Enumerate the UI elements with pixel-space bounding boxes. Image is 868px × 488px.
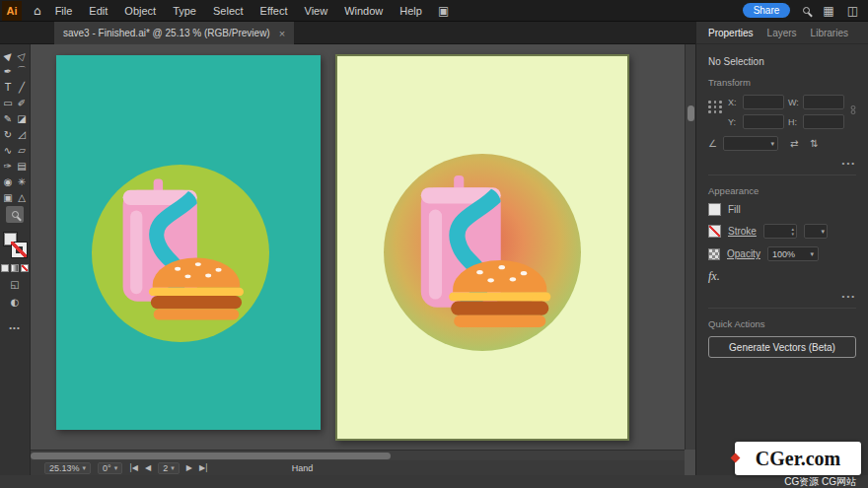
stroke-weight-select[interactable]: ▾ <box>804 224 828 239</box>
x-input[interactable] <box>743 95 784 109</box>
flip-vertical-icon[interactable]: ⇅ <box>810 138 818 149</box>
width-tool[interactable]: ∿ <box>1 142 15 158</box>
more-transform-options-button[interactable]: ••• <box>708 159 856 168</box>
horizontal-scrollbar[interactable] <box>31 450 685 460</box>
reference-point-locator[interactable] <box>708 101 722 113</box>
artboard-tool[interactable]: ▣ <box>1 189 15 205</box>
edit-toolbar-button[interactable]: ••• <box>9 323 20 332</box>
y-input[interactable] <box>743 114 784 129</box>
transform-section-title: Transform <box>708 77 856 88</box>
chevron-down-icon: ▾ <box>83 464 87 472</box>
menu-select[interactable]: Select <box>213 5 244 17</box>
gradient-tool[interactable]: ▤ <box>15 158 29 174</box>
artboard-left[interactable] <box>56 55 321 430</box>
none-button[interactable] <box>21 264 29 272</box>
flip-horizontal-icon[interactable]: ⇄ <box>790 138 798 149</box>
rotation-select[interactable]: 0° ▾ <box>98 462 122 474</box>
gradient-button[interactable] <box>11 264 19 272</box>
horizontal-scrollbar-thumb[interactable] <box>31 453 391 459</box>
search-icon[interactable] <box>803 7 810 14</box>
blend-tool[interactable]: ◉ <box>1 174 15 189</box>
menu-file[interactable]: File <box>55 5 73 17</box>
share-button[interactable]: Share <box>743 3 791 18</box>
vertical-scrollbar[interactable] <box>685 44 695 450</box>
menu-view[interactable]: View <box>305 5 328 17</box>
vertical-scrollbar-thumb[interactable] <box>687 105 694 121</box>
menus: File Edit Object Type Select Effect View… <box>55 5 422 17</box>
stroke-link[interactable]: Stroke <box>728 226 757 237</box>
stroke-swatch[interactable] <box>12 243 27 257</box>
divider <box>708 308 856 309</box>
zoom-level-select[interactable]: 25.13% ▾ <box>44 462 91 474</box>
perspective-grid-tool[interactable]: △ <box>15 189 29 205</box>
opacity-select[interactable]: 100% ▾ <box>767 246 819 261</box>
quick-actions-section-title: Quick Actions <box>708 318 856 329</box>
canvas[interactable] <box>31 44 685 450</box>
pencil-tool[interactable]: ✎ <box>1 110 15 126</box>
link-dimensions-icon[interactable] <box>850 103 856 117</box>
divider <box>708 174 856 175</box>
line-segment-tool[interactable]: ╱ <box>15 79 29 95</box>
eraser-tool[interactable]: ◪ <box>15 110 29 126</box>
menu-effect[interactable]: Effect <box>260 5 288 17</box>
paintbrush-tool[interactable]: ✐ <box>15 95 29 110</box>
eyedropper-tool[interactable]: ✑ <box>1 158 15 174</box>
bottom-strip <box>0 475 868 488</box>
effects-button[interactable]: fx. <box>708 269 720 284</box>
menu-edit[interactable]: Edit <box>89 5 108 17</box>
rotation-angle-select[interactable]: ▾ <box>723 136 778 151</box>
tab-properties[interactable]: Properties <box>702 24 760 42</box>
fill-color-swatch[interactable] <box>708 203 721 216</box>
screen-mode-button[interactable]: ◐ <box>11 297 20 308</box>
menu-help[interactable]: Help <box>399 5 422 17</box>
soda-burger-illustration-right <box>391 168 573 337</box>
type-tool[interactable]: T <box>1 79 15 95</box>
rectangle-tool[interactable]: ▭ <box>1 95 15 110</box>
w-input[interactable] <box>803 95 844 109</box>
generate-vectors-button[interactable]: Generate Vectors (Beta) <box>708 336 856 358</box>
artboard-right[interactable] <box>335 54 629 441</box>
w-label: W: <box>788 98 799 107</box>
artboard-number-select[interactable]: 2 ▾ <box>158 462 180 474</box>
workspace-switcher-icon[interactable]: ▦ <box>823 4 833 18</box>
drawing-modes-button[interactable]: ◱ <box>10 279 19 290</box>
menu-type[interactable]: Type <box>173 5 196 17</box>
current-tool-label: Hand <box>292 463 314 473</box>
shape-builder-tool[interactable]: ▱ <box>15 142 29 158</box>
tab-libraries[interactable]: Libraries <box>805 24 854 42</box>
watermark-brand: CGer.com <box>756 448 840 470</box>
arrange-documents-icon[interactable]: ▣ <box>438 4 449 18</box>
stroke-weight-stepper[interactable]: ▴▾ <box>763 224 797 239</box>
first-artboard-icon[interactable]: |◀ <box>129 463 138 472</box>
next-artboard-icon[interactable]: ▶ <box>186 463 192 472</box>
zoom-level-value: 25.13% <box>49 463 80 473</box>
more-appearance-options-button[interactable]: ••• <box>708 292 856 301</box>
rotate-tool[interactable]: ↻ <box>1 126 15 142</box>
appearance-section-title: Appearance <box>708 185 856 196</box>
menu-object[interactable]: Object <box>124 5 156 17</box>
tab-layers[interactable]: Layers <box>761 24 803 42</box>
selection-status: No Selection <box>708 56 856 67</box>
menubar-right: Share ▦ ◫ <box>743 3 868 18</box>
last-artboard-icon[interactable]: ▶| <box>199 463 208 472</box>
zoom-tool[interactable] <box>6 206 24 223</box>
panel-tabs: Properties Layers Libraries <box>696 22 868 44</box>
opacity-link[interactable]: Opacity <box>727 248 760 259</box>
color-button[interactable] <box>1 264 9 272</box>
menu-bar: Ai ⌂ File Edit Object Type Select Effect… <box>0 0 868 22</box>
menu-window[interactable]: Window <box>344 5 383 17</box>
document-tab[interactable]: save3 - Finished.ai* @ 25.13 % (RGB/Prev… <box>54 22 294 44</box>
symbol-sprayer-tool[interactable]: ✳ <box>15 174 29 189</box>
status-bar: 25.13% ▾ 0° ▾ |◀ ◀ 2 ▾ ▶ ▶| Hand <box>31 460 685 475</box>
home-icon[interactable]: ⌂ <box>34 4 41 18</box>
artboard-number-value: 2 <box>163 463 168 473</box>
chevron-down-icon: ▾ <box>821 228 825 236</box>
chevron-down-icon: ▾ <box>810 250 814 258</box>
previous-artboard-icon[interactable]: ◀ <box>145 463 151 472</box>
close-tab-icon[interactable]: × <box>279 28 285 39</box>
watermark-badge: CGer.com <box>735 442 861 475</box>
h-input[interactable] <box>803 114 844 129</box>
stroke-color-swatch[interactable] <box>708 225 721 238</box>
scale-tool[interactable]: ◿ <box>15 126 29 142</box>
dock-panels-icon[interactable]: ◫ <box>847 4 858 18</box>
